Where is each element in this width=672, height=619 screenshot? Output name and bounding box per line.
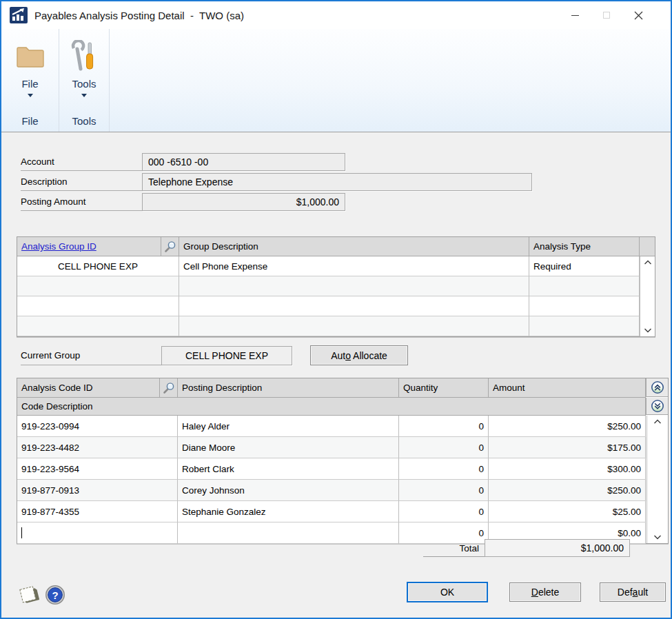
amount-header: Amount (489, 378, 646, 398)
posting-description-cell[interactable]: Stephanie Gonzalez (178, 501, 399, 522)
default-button[interactable]: Default (600, 582, 666, 602)
close-icon (634, 11, 643, 20)
analysis-code-grid: Analysis Code ID Posting Description Qua… (17, 378, 669, 544)
account-value: 000 -6510 -00 (148, 156, 208, 168)
table-row (17, 316, 655, 336)
description-row: Description Telephone Expense (21, 173, 532, 191)
help-button[interactable]: ? (44, 584, 66, 606)
close-button[interactable] (622, 1, 654, 29)
maximize-button[interactable] (591, 1, 622, 29)
tools-group-label: Tools (72, 115, 96, 127)
ribbon: File File Tools Tools (1, 29, 671, 132)
question-mark-icon: ? (45, 585, 65, 605)
double-chevron-up-icon (651, 380, 664, 394)
quantity-header: Quantity (399, 378, 489, 398)
code-cell[interactable] (17, 522, 178, 544)
chevron-down-icon (28, 94, 33, 97)
group-grid-scrollbar[interactable] (640, 256, 655, 336)
posting-description-cell[interactable] (178, 522, 399, 544)
window-title: Payables Analysis Posting Detail - TWO (… (34, 10, 244, 21)
amount-cell[interactable]: $25.00 (489, 501, 646, 522)
group-id-cell[interactable] (17, 316, 179, 336)
file-menu-label: File (21, 78, 38, 90)
posting-description-cell[interactable]: Haley Alder (178, 416, 399, 437)
table-row: 919-223-0994 Haley Alder 0 $250.00 (17, 416, 668, 437)
current-group-field: CELL PHONE EXP (161, 346, 292, 365)
minimize-icon (571, 15, 579, 16)
group-id-cell[interactable] (17, 276, 179, 296)
quantity-cell[interactable]: 0 (399, 458, 489, 480)
table-row: 919-223-4482 Diane Moore 0 $175.00 (17, 437, 668, 458)
magnifier-icon (164, 241, 176, 253)
magnifier-icon (163, 382, 175, 394)
group-id-cell[interactable]: CELL PHONE EXP (17, 256, 179, 276)
table-row (17, 276, 655, 296)
collapse-rows-button[interactable] (646, 398, 668, 415)
total-value: $1,000.00 (581, 542, 624, 554)
posting-description-header: Posting Description (178, 378, 399, 398)
analysis-type-cell[interactable]: Required (529, 256, 640, 276)
chevron-up-icon[interactable] (644, 259, 652, 265)
posting-amount-label: Posting Amount (21, 193, 142, 211)
table-row: 919-877-4355 Stephanie Gonzalez 0 $25.00 (17, 501, 668, 522)
code-grid-scrollbar[interactable] (646, 416, 668, 543)
group-description-cell[interactable] (179, 316, 529, 336)
delete-button[interactable]: Delete (509, 582, 581, 602)
chevron-down-icon[interactable] (644, 327, 652, 334)
chevron-up-icon[interactable] (653, 418, 662, 425)
expand-rows-button[interactable] (646, 378, 668, 397)
analysis-type-cell[interactable] (529, 296, 640, 316)
posting-description-cell[interactable]: Robert Clark (178, 458, 399, 480)
notepad-icon (16, 584, 39, 606)
chevron-down-icon (81, 94, 87, 97)
table-row: 919-877-0913 Corey Johnson 0 $250.00 (17, 480, 668, 501)
group-description-header: Group Description (179, 237, 529, 256)
group-description-cell[interactable] (179, 276, 529, 296)
code-cell[interactable]: 919-223-9564 (17, 458, 178, 480)
text-caret (21, 527, 22, 538)
total-field: $1,000.00 (485, 539, 630, 557)
posting-description-cell[interactable]: Corey Johnson (178, 480, 399, 501)
quantity-cell[interactable]: 0 (399, 437, 489, 458)
posting-description-cell[interactable]: Diane Moore (178, 437, 399, 458)
group-description-cell[interactable] (179, 296, 529, 316)
header-scroll-spacer (640, 237, 655, 256)
analysis-code-grid-header: Analysis Code ID Posting Description Qua… (17, 378, 668, 398)
payables-analysis-posting-detail-window: Payables Analysis Posting Detail - TWO (… (0, 0, 672, 619)
tools-menu-label: Tools (72, 78, 96, 90)
amount-cell[interactable]: $250.00 (489, 416, 646, 437)
window-controls (559, 1, 654, 29)
account-row: Account 000 -6510 -00 (21, 153, 345, 171)
analysis-type-cell[interactable] (529, 276, 640, 296)
quantity-cell[interactable]: 0 (399, 501, 489, 522)
code-cell[interactable]: 919-223-0994 (17, 416, 178, 437)
analysis-group-id-link[interactable]: Analysis Group ID (21, 241, 96, 252)
amount-cell[interactable]: $300.00 (489, 458, 646, 480)
description-field: Telephone Expense (142, 173, 532, 191)
code-cell[interactable]: 919-223-4482 (17, 437, 178, 458)
tools-menu-button[interactable]: Tools Tools (59, 29, 110, 132)
auto-allocate-button[interactable]: Auto Allocate (310, 345, 408, 365)
group-description-cell[interactable]: Cell Phone Expense (179, 256, 529, 276)
analysis-type-header: Analysis Type (529, 237, 640, 256)
note-button[interactable] (15, 583, 40, 607)
code-cell[interactable]: 919-877-4355 (17, 501, 178, 522)
quantity-cell[interactable]: 0 (399, 480, 489, 501)
code-cell[interactable]: 919-877-0913 (17, 480, 178, 501)
ok-button[interactable]: OK (407, 582, 488, 602)
minimize-button[interactable] (559, 1, 591, 29)
quantity-cell[interactable]: 0 (399, 416, 489, 437)
bar-chart-icon (10, 7, 28, 23)
account-label: Account (21, 153, 142, 171)
amount-cell[interactable]: $250.00 (489, 480, 646, 501)
analysis-group-lookup-button[interactable] (161, 237, 179, 256)
double-chevron-down-icon (651, 399, 664, 413)
file-menu-button[interactable]: File File (1, 29, 59, 132)
amount-cell[interactable]: $175.00 (489, 437, 646, 458)
analysis-type-cell[interactable] (529, 316, 640, 336)
chevron-down-icon[interactable] (653, 534, 662, 540)
analysis-code-lookup-button[interactable] (160, 378, 178, 398)
table-row: 919-223-9564 Robert Clark 0 $300.00 (17, 458, 668, 480)
group-id-cell[interactable] (17, 296, 179, 316)
current-group-row: Current Group CELL PHONE EXP (21, 346, 292, 365)
